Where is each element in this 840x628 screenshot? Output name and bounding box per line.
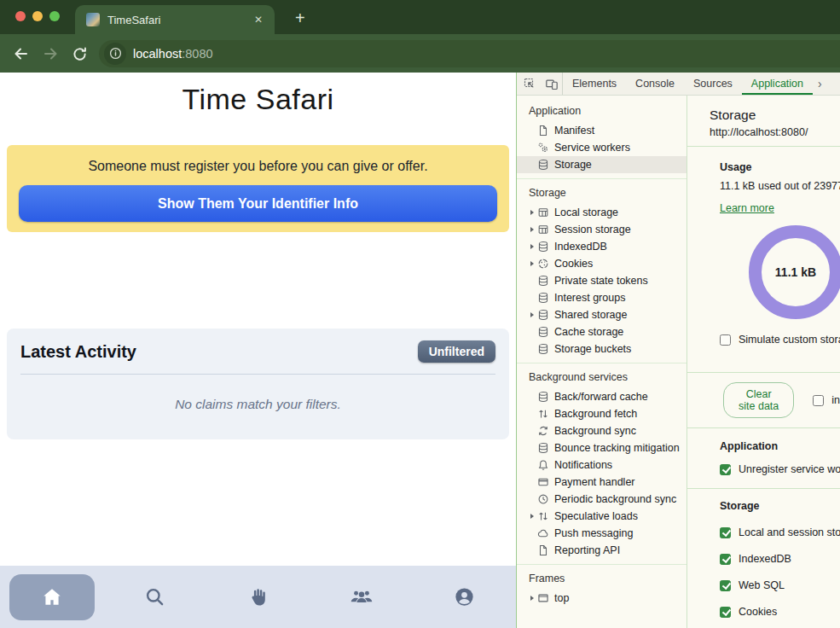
bell-icon (537, 459, 549, 471)
divider (517, 363, 686, 363)
checkbox-unchecked[interactable] (813, 395, 824, 406)
include-checkbox-row[interactable]: in (813, 394, 840, 406)
sidebar-item-storage[interactable]: Storage (517, 156, 686, 173)
sidebar-item-interest-groups[interactable]: Interest groups (517, 289, 686, 306)
checkbox-label: in (831, 394, 840, 406)
sidebar-item-indexeddb[interactable]: IndexedDB (517, 238, 686, 255)
sidebar-item-notifications[interactable]: Notifications (517, 456, 686, 474)
tab-console[interactable]: Console (626, 73, 684, 95)
disclosure-caret[interactable] (530, 514, 534, 519)
tab-application[interactable]: Application (742, 73, 813, 95)
tab-elements[interactable]: Elements (563, 73, 626, 95)
unfiltered-badge[interactable]: Unfiltered (418, 340, 495, 363)
disclosure-caret[interactable] (530, 227, 534, 232)
back-icon[interactable] (7, 44, 36, 62)
inspect-element-icon[interactable] (524, 78, 536, 90)
unregister-service-workers-row[interactable]: Unregister service wor (720, 463, 840, 475)
item-label: Storage buckets (554, 343, 631, 355)
address-bar[interactable]: localhost:8080 (99, 40, 840, 67)
more-tabs-icon[interactable]: › (813, 73, 822, 95)
storage-panel: Storage http://localhost:8080/ Usage 11.… (687, 96, 840, 628)
disclosure-caret[interactable] (530, 210, 534, 215)
sidebar-item-back-forward-cache[interactable]: Back/forward cache (517, 388, 686, 405)
section-frames: Frames (517, 567, 686, 590)
close-window-button[interactable] (15, 11, 26, 21)
disclosure-caret[interactable] (530, 261, 534, 266)
clear-site-data-button[interactable]: Clear site data (723, 382, 794, 418)
zoom-window-button[interactable] (49, 11, 60, 21)
frame-icon (537, 592, 549, 604)
alert-message: Someone must register you before you can… (7, 159, 509, 174)
application-section-heading: Application (720, 440, 840, 452)
learn-more-link[interactable]: Learn more (720, 202, 774, 214)
origin-url: http://localhost:8080/ (710, 126, 840, 138)
section-application: Application (517, 99, 686, 122)
cookie-icon (537, 258, 549, 270)
sidebar-item-background-fetch[interactable]: Background fetch (517, 405, 686, 422)
sidebar-item-cookies[interactable]: Cookies (517, 255, 686, 272)
simulate-quota-checkbox-row[interactable]: Simulate custom stora (720, 334, 840, 346)
checkbox-checked[interactable] (720, 527, 731, 538)
reload-icon[interactable] (65, 44, 94, 62)
cookies-row[interactable]: Cookies (720, 606, 840, 618)
sidebar-item-bounce-tracking-mitigations[interactable]: Bounce tracking mitigation (517, 439, 686, 456)
item-label: IndexedDB (554, 241, 607, 253)
home-active-pill[interactable] (9, 574, 95, 620)
disclosure-caret[interactable] (530, 596, 534, 601)
show-identifier-info-button[interactable]: Show Them Your Identifier Info (19, 185, 497, 222)
nav-offers[interactable] (206, 566, 310, 628)
item-label: Back/forward cache (554, 391, 648, 403)
web-sql-row[interactable]: Web SQL (720, 579, 840, 591)
sidebar-item-top-frame[interactable]: top (517, 590, 686, 607)
sidebar-item-background-sync[interactable]: Background sync (517, 422, 686, 439)
sidebar-item-push-messaging[interactable]: Push messaging (517, 525, 686, 542)
usage-donut-chart: 11.1 kB (749, 225, 840, 319)
checkbox-checked[interactable] (720, 554, 731, 565)
checkbox-checked[interactable] (720, 607, 731, 618)
sidebar-item-cache-storage[interactable]: Cache storage (517, 323, 686, 340)
sidebar-item-periodic-background-sync[interactable]: Periodic background sync (517, 491, 686, 508)
sidebar-item-payment-handler[interactable]: Payment handler (517, 474, 686, 491)
nav-profile[interactable] (413, 566, 516, 628)
sidebar-item-service-workers[interactable]: Service workers (517, 139, 686, 156)
site-info-icon[interactable] (104, 43, 126, 65)
nav-search[interactable] (103, 566, 206, 628)
browser-toolbar: localhost:8080 (0, 34, 840, 73)
clear-site-data-row: Clear site data in (687, 382, 840, 418)
disclosure-caret[interactable] (530, 244, 534, 249)
sidebar-item-private-state-tokens[interactable]: Private state tokens (517, 272, 686, 289)
forward-icon[interactable] (36, 44, 65, 62)
bottom-navigation (0, 566, 516, 628)
minimize-window-button[interactable] (32, 11, 43, 21)
sidebar-item-local-storage[interactable]: Local storage (517, 204, 686, 221)
database-icon (537, 442, 549, 454)
nav-contacts[interactable] (310, 566, 413, 628)
sidebar-item-session-storage[interactable]: Session storage (517, 221, 686, 238)
sidebar-item-manifest[interactable]: Manifest (517, 122, 686, 139)
gears-icon (537, 142, 549, 154)
table-icon (537, 206, 549, 218)
browser-tab[interactable]: TimeSafari ✕ (75, 5, 275, 34)
tab-sources[interactable]: Sources (684, 73, 742, 95)
checkbox-label: Local and session stor (739, 526, 840, 538)
checkbox-unchecked[interactable] (720, 334, 731, 346)
sidebar-item-shared-storage[interactable]: Shared storage (517, 306, 686, 323)
indexeddb-row[interactable]: IndexedDB (720, 553, 840, 565)
empty-claims-message: No claims match your filters. (20, 397, 495, 412)
database-icon (537, 275, 549, 287)
donut-label: 11.1 kB (775, 265, 816, 279)
checkbox-checked[interactable] (720, 464, 731, 475)
nav-home[interactable] (0, 566, 103, 628)
sidebar-item-storage-buckets[interactable]: Storage buckets (517, 340, 686, 358)
section-storage: Storage (517, 181, 686, 204)
checkbox-checked[interactable] (720, 580, 731, 591)
new-tab-button[interactable]: + (288, 7, 312, 30)
device-toolbar-icon[interactable] (545, 78, 559, 90)
window-content: Time Safari Someone must register you be… (0, 73, 840, 628)
tab-close-icon[interactable]: ✕ (251, 12, 266, 27)
sidebar-item-speculative-loads[interactable]: Speculative loads (517, 508, 686, 525)
disclosure-caret[interactable] (530, 312, 534, 317)
sidebar-item-reporting-api[interactable]: Reporting API (517, 542, 686, 559)
item-label: Payment handler (554, 476, 635, 488)
local-session-storage-row[interactable]: Local and session stor (720, 526, 840, 538)
